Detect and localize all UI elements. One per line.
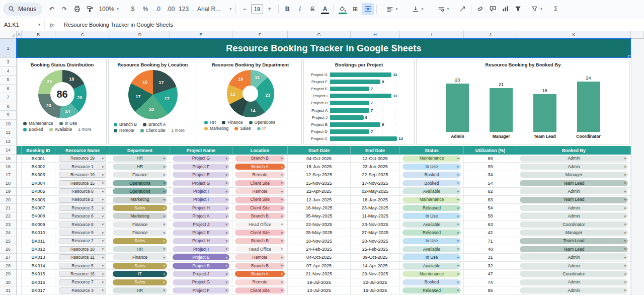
location-dropdown[interactable]: Remote▾ [235,172,285,178]
resource-name-dropdown[interactable]: Resource 5▾ [59,263,106,269]
utilization-cell[interactable]: 54 [464,204,517,212]
row-header-17[interactable]: 17 [0,171,17,179]
start-date-cell[interactable]: 07-Apr-2025 [288,262,351,270]
status-dropdown[interactable]: Maintenance▾ [403,197,461,203]
resource-name-dropdown[interactable]: Resource 8▾ [59,188,106,194]
project-name-dropdown[interactable]: Project I▾ [173,246,229,252]
end-date-cell[interactable]: 23-Nov-2025 [351,220,400,229]
end-date-cell[interactable]: 12-Oct-2025 [351,155,400,163]
status-dropdown[interactable]: Released▾ [403,205,461,211]
location-dropdown[interactable]: Branch B▾ [235,238,285,244]
row-header-21[interactable]: 21 [0,204,17,212]
department-dropdown[interactable]: Marketing▾ [113,197,167,203]
status-dropdown[interactable]: Maintenance▾ [403,271,461,277]
booking-id-cell[interactable]: BK009 [22,220,55,229]
more-formats-button[interactable]: 123 [177,3,190,15]
cell-empty[interactable] [17,245,22,253]
start-date-cell[interactable]: 16-May-2025 [288,204,351,212]
resource-name-dropdown[interactable]: Resource 9▾ [59,230,106,236]
start-date-cell[interactable]: 24-Feb-2025 [288,245,351,253]
department-dropdown[interactable]: Finance▾ [113,222,167,228]
cell-empty[interactable] [17,254,22,262]
project-name-dropdown[interactable]: Project H▾ [173,205,229,211]
end-date-cell[interactable]: 15-Jul-2025 [351,286,400,294]
status-dropdown[interactable]: Available▾ [403,222,461,228]
row-header-1[interactable]: 1 [0,39,17,58]
row-header-11[interactable]: 11 [0,128,17,137]
booked-by-dropdown[interactable]: Admin▾ [520,254,628,260]
start-date-cell[interactable]: 04-Oct-2025 [288,155,351,163]
resource-name-dropdown[interactable]: Resource 3▾ [59,287,106,293]
utilization-cell[interactable]: 83 [464,196,517,204]
project-name-dropdown[interactable]: Project I▾ [173,188,229,194]
end-date-cell[interactable]: 09-Oct-2025 [351,254,400,262]
location-dropdown[interactable]: Client Site▾ [235,287,285,293]
department-dropdown[interactable]: Finance▾ [113,172,167,178]
project-name-dropdown[interactable]: Project J▾ [173,271,229,277]
undo-button[interactable]: ↶ [46,3,58,15]
status-dropdown[interactable]: Available▾ [403,246,461,252]
column-header-F[interactable]: F [232,31,288,39]
project-name-dropdown[interactable]: Project F▾ [173,287,229,293]
end-date-cell[interactable]: 22-Jul-2025 [351,278,400,286]
status-dropdown[interactable]: Released▾ [403,230,461,236]
end-date-cell[interactable]: 27-May-2025 [351,229,400,237]
column-header-E[interactable]: E [170,31,232,39]
horizontal-align-button[interactable]: ▾ [379,3,405,15]
booking-id-cell[interactable]: BK002 [22,163,55,171]
increase-font-size-button[interactable]: + [264,3,276,15]
utilization-cell[interactable]: 63 [464,220,517,229]
end-date-cell[interactable]: 29-Nov-2025 [351,270,400,278]
name-box[interactable]: A1:K1 ▾ [0,22,44,28]
start-date-cell[interactable]: 05-May-2025 [288,212,351,220]
location-dropdown[interactable]: Client Site▾ [235,230,285,236]
utilization-cell[interactable]: 32 [464,262,517,270]
utilization-cell[interactable]: 74 [464,278,517,286]
row-header-22[interactable]: 22 [0,212,17,220]
project-name-dropdown[interactable]: Project E▾ [173,230,229,236]
create-filter-button[interactable] [512,3,524,15]
cell-empty[interactable] [17,171,22,179]
booking-id-cell[interactable]: BK017 [22,286,55,294]
text-rotation-button[interactable] [456,3,468,15]
booking-id-cell[interactable]: BK005 [22,188,55,196]
department-dropdown[interactable]: HR▾ [113,287,167,293]
start-date-cell[interactable]: 13-Jul-2025 [288,286,351,294]
department-dropdown[interactable]: Finance▾ [113,230,167,236]
cell-empty[interactable] [17,212,22,220]
end-date-cell[interactable]: 23-Jun-2025 [351,163,400,171]
paint-format-button[interactable] [84,3,96,15]
booking-id-cell[interactable]: BK016 [22,278,55,286]
row-header-6[interactable]: 6 [0,85,17,94]
cell-empty[interactable] [17,286,22,294]
location-dropdown[interactable]: Head Office▾ [235,246,285,252]
resource-name-dropdown[interactable]: Resource 2▾ [59,197,106,203]
end-date-cell[interactable]: 20-Nov-2025 [351,237,400,245]
column-header-H[interactable]: H [351,31,400,39]
column-header-C[interactable]: C [55,31,110,39]
project-name-dropdown[interactable]: Project G▾ [173,279,229,285]
chart-department[interactable]: Resource Booking by Department1123141216… [199,59,302,144]
end-date-cell[interactable]: 17-Nov-2025 [351,179,400,187]
resource-name-dropdown[interactable]: Resource 11▾ [59,254,106,260]
bold-button[interactable]: B [281,3,293,15]
strikethrough-button[interactable]: S [306,3,318,15]
start-date-cell[interactable]: 04-Oct-2025 [288,254,351,262]
end-date-cell[interactable]: 18-Jan-2025 [351,196,400,204]
start-date-cell[interactable]: 25-May-2025 [288,229,351,237]
project-name-dropdown[interactable]: Project A▾ [173,213,229,219]
start-date-cell[interactable]: 12-Jan-2025 [288,196,351,204]
utilization-cell[interactable]: 31 [464,254,517,262]
utilization-cell[interactable]: 95 [464,286,517,294]
row-header-9[interactable]: 9 [0,111,17,120]
status-dropdown[interactable]: Available▾ [403,263,461,269]
row-header-16[interactable]: 16 [0,163,17,171]
row-header-28[interactable]: 28 [0,262,17,270]
location-dropdown[interactable]: Branch B▾ [235,156,285,162]
location-dropdown[interactable]: Client Site▾ [235,197,285,203]
row-header-30[interactable]: 30 [0,278,17,286]
row-header-31[interactable]: 31 [0,286,17,294]
status-dropdown[interactable]: Released▾ [403,287,461,293]
end-date-cell[interactable]: 14-Apr-2025 [351,262,400,270]
row-header-25[interactable]: 25 [0,237,17,245]
